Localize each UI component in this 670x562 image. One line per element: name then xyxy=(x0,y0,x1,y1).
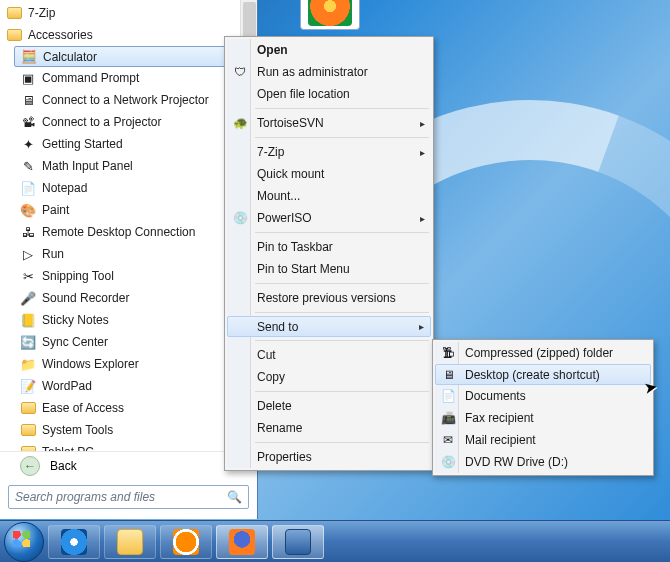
back-button[interactable]: ← Back xyxy=(0,451,257,479)
documents-icon: 📄 xyxy=(440,388,456,404)
sendto-compressed[interactable]: 🗜Compressed (zipped) folder xyxy=(435,342,651,364)
program-label: WordPad xyxy=(42,379,92,393)
subfolder-ease-of-access[interactable]: Ease of Access xyxy=(14,397,257,419)
folder-accessories[interactable]: Accessories xyxy=(0,24,257,46)
disc-icon: 💿 xyxy=(440,454,456,470)
folder-label: Accessories xyxy=(28,28,93,42)
sync-icon: 🔄 xyxy=(20,334,36,350)
folder-label: System Tools xyxy=(42,423,113,437)
ie-icon xyxy=(61,529,87,555)
program-sticky-notes[interactable]: 📒Sticky Notes xyxy=(14,309,257,331)
program-command-prompt[interactable]: ▣Command Prompt xyxy=(14,67,257,89)
ctx-cut[interactable]: Cut xyxy=(227,344,431,366)
ctx-pin-taskbar[interactable]: Pin to Taskbar xyxy=(227,236,431,258)
paint-icon: 🎨 xyxy=(20,202,36,218)
vmware-icon xyxy=(285,529,311,555)
program-network-projector[interactable]: 🖥Connect to a Network Projector xyxy=(14,89,257,111)
folder-label: Tablet PC xyxy=(42,445,94,451)
program-wordpad[interactable]: 📝WordPad xyxy=(14,375,257,397)
folder-label: Ease of Access xyxy=(42,401,124,415)
program-getting-started[interactable]: ✦Getting Started xyxy=(14,133,257,155)
media-player-icon xyxy=(173,529,199,555)
desktop-icon: 🖥 xyxy=(441,367,457,383)
explorer-icon: 📁 xyxy=(20,356,36,372)
programs-list: 7-Zip Accessories 🧮Calculator ▣Command P… xyxy=(0,0,257,451)
ctx-rename[interactable]: Rename xyxy=(227,417,431,439)
folder-7zip[interactable]: 7-Zip xyxy=(0,2,257,24)
search-icon: 🔍 xyxy=(227,490,242,504)
program-label: Command Prompt xyxy=(42,71,139,85)
ctx-run-as-admin[interactable]: 🛡Run as administrator xyxy=(227,61,431,83)
program-label: Paint xyxy=(42,203,69,217)
user-picture-frame xyxy=(300,0,360,30)
ctx-open-file-location[interactable]: Open file location xyxy=(227,83,431,105)
ctx-mount[interactable]: Mount... xyxy=(227,185,431,207)
ctx-pin-start[interactable]: Pin to Start Menu xyxy=(227,258,431,280)
sendto-mail[interactable]: ✉Mail recipient xyxy=(435,429,651,451)
taskbar-vmware[interactable] xyxy=(272,525,324,559)
program-label: Math Input Panel xyxy=(42,159,133,173)
program-label: Sync Center xyxy=(42,335,108,349)
send-to-submenu: 🗜Compressed (zipped) folder 🖥Desktop (cr… xyxy=(432,339,654,476)
star-icon: ✦ xyxy=(20,136,36,152)
program-calculator[interactable]: 🧮Calculator xyxy=(14,46,257,67)
subfolder-tablet-pc[interactable]: Tablet PC xyxy=(14,441,257,451)
notepad-icon: 📄 xyxy=(20,180,36,196)
program-rdc[interactable]: 🖧Remote Desktop Connection xyxy=(14,221,257,243)
ctx-open[interactable]: Open xyxy=(227,39,431,61)
calculator-icon: 🧮 xyxy=(21,49,37,65)
ctx-copy[interactable]: Copy xyxy=(227,366,431,388)
program-run[interactable]: ▷Run xyxy=(14,243,257,265)
subfolder-system-tools[interactable]: System Tools xyxy=(14,419,257,441)
program-windows-explorer[interactable]: 📁Windows Explorer xyxy=(14,353,257,375)
taskbar-firefox[interactable] xyxy=(216,525,268,559)
mail-icon: ✉ xyxy=(440,432,456,448)
notes-icon: 📒 xyxy=(20,312,36,328)
program-label: Connect to a Projector xyxy=(42,115,161,129)
shield-icon: 🛡 xyxy=(232,64,248,80)
back-label: Back xyxy=(50,459,77,473)
folder-label: 7-Zip xyxy=(28,6,55,20)
wordpad-icon: 📝 xyxy=(20,378,36,394)
taskbar-media-player[interactable] xyxy=(160,525,212,559)
ctx-tortoisesvn[interactable]: 🐢TortoiseSVN xyxy=(227,112,431,134)
firefox-icon xyxy=(229,529,255,555)
program-label: Sticky Notes xyxy=(42,313,109,327)
start-button[interactable] xyxy=(4,522,44,562)
program-projector[interactable]: 📽Connect to a Projector xyxy=(14,111,257,133)
sendto-fax[interactable]: 📠Fax recipient xyxy=(435,407,651,429)
start-menu-all-programs: 7-Zip Accessories 🧮Calculator ▣Command P… xyxy=(0,0,258,519)
ctx-poweriso[interactable]: 💿PowerISO xyxy=(227,207,431,229)
taskbar xyxy=(0,520,670,562)
zip-icon: 🗜 xyxy=(440,345,456,361)
sendto-desktop-shortcut[interactable]: 🖥Desktop (create shortcut) xyxy=(435,364,651,385)
ctx-restore-versions[interactable]: Restore previous versions xyxy=(227,287,431,309)
program-sound-recorder[interactable]: 🎤Sound Recorder xyxy=(14,287,257,309)
taskbar-ie[interactable] xyxy=(48,525,100,559)
program-sync-center[interactable]: 🔄Sync Center xyxy=(14,331,257,353)
back-arrow-icon: ← xyxy=(20,456,40,476)
program-label: Remote Desktop Connection xyxy=(42,225,195,239)
search-input[interactable]: Search programs and files 🔍 xyxy=(8,485,249,509)
program-label: Run xyxy=(42,247,64,261)
program-notepad[interactable]: 📄Notepad xyxy=(14,177,257,199)
sendto-dvd-drive[interactable]: 💿DVD RW Drive (D:) xyxy=(435,451,651,473)
program-label: Getting Started xyxy=(42,137,123,151)
taskbar-explorer[interactable] xyxy=(104,525,156,559)
run-icon: ▷ xyxy=(20,246,36,262)
math-icon: ✎ xyxy=(20,158,36,174)
program-snipping-tool[interactable]: ✂Snipping Tool xyxy=(14,265,257,287)
scissors-icon: ✂ xyxy=(20,268,36,284)
program-label: Windows Explorer xyxy=(42,357,139,371)
ctx-properties[interactable]: Properties xyxy=(227,446,431,468)
ctx-7zip[interactable]: 7-Zip xyxy=(227,141,431,163)
ctx-send-to[interactable]: Send to xyxy=(227,316,431,337)
sendto-documents[interactable]: 📄Documents xyxy=(435,385,651,407)
ctx-delete[interactable]: Delete xyxy=(227,395,431,417)
program-paint[interactable]: 🎨Paint xyxy=(14,199,257,221)
cmd-icon: ▣ xyxy=(20,70,36,86)
explorer-icon xyxy=(117,529,143,555)
ctx-quick-mount[interactable]: Quick mount xyxy=(227,163,431,185)
rdc-icon: 🖧 xyxy=(20,224,36,240)
program-math-input[interactable]: ✎Math Input Panel xyxy=(14,155,257,177)
